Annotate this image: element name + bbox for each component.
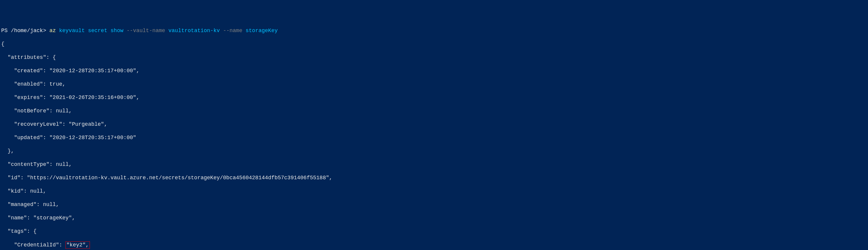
command-line[interactable]: PS /home/jack> az keyvault secret show -…: [0, 27, 868, 34]
cred-label: "CredentialId":: [1, 242, 65, 248]
json-attributes-close: },: [0, 148, 868, 154]
json-updated: "updated": "2020-12-28T20:35:17+00:00": [0, 134, 868, 141]
cmd-keyvault: keyvault: [56, 28, 85, 34]
json-created: "created": "2020-12-28T20:35:17+00:00",: [0, 68, 868, 74]
cmd-az: az: [50, 28, 56, 34]
json-name: "name": "storageKey",: [0, 215, 868, 221]
json-expires: "expires": "2021-02-26T20:35:16+00:00",: [0, 94, 868, 101]
cmd-show: show: [107, 28, 123, 34]
json-managed: "managed": null,: [0, 201, 868, 208]
json-tags-open: "tags": {: [0, 228, 868, 235]
json-open-brace: {: [0, 41, 868, 47]
json-recoverylevel: "recoveryLevel": "Purgeable",: [0, 121, 868, 128]
json-attributes-open: "attributes": {: [0, 54, 868, 61]
json-id: "id": "https://vaultrotation-kv.vault.az…: [0, 175, 868, 181]
val-name: storageKey: [242, 28, 278, 34]
json-credentialid: "CredentialId": "key2",: [0, 241, 868, 249]
cred-value-highlighted: "key2",: [65, 241, 90, 249]
flag-name: --name: [220, 28, 243, 34]
ps-prompt: PS /home/jack>: [1, 28, 50, 34]
json-enabled: "enabled": true,: [0, 81, 868, 88]
json-kid: "kid": null,: [0, 188, 868, 195]
json-notbefore: "notBefore": null,: [0, 108, 868, 114]
val-vault-name: vaultrotation-kv: [165, 28, 220, 34]
json-contenttype: "contentType": null,: [0, 161, 868, 168]
cmd-secret: secret: [85, 28, 107, 34]
flag-vault-name: --vault-name: [124, 28, 165, 34]
